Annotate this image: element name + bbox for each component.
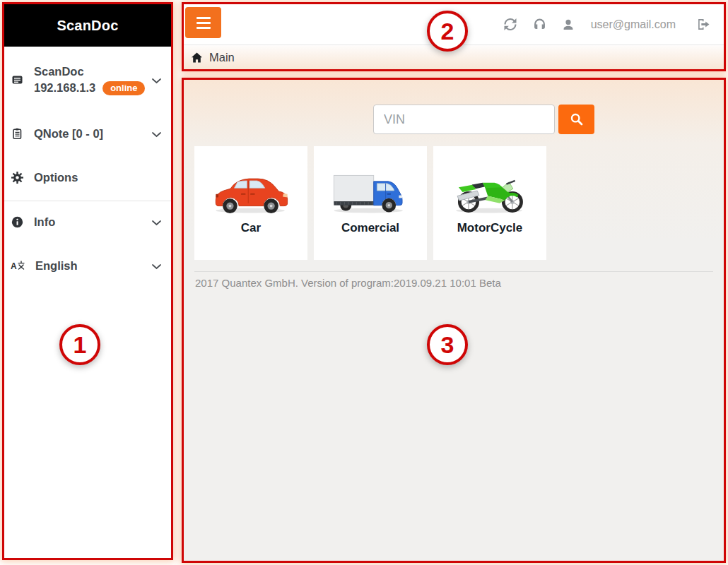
info-icon	[11, 216, 23, 228]
sidebar-item-label: ScanDoc	[34, 65, 145, 78]
breadcrumb-item-main[interactable]: Main	[209, 51, 235, 64]
commercial-truck-image	[327, 165, 413, 217]
card-label: MotorCycle	[457, 221, 523, 235]
scanner-icon	[11, 74, 23, 85]
motorcycle-image	[447, 165, 533, 217]
footer-divider	[194, 271, 713, 272]
chevron-down-icon	[152, 73, 161, 87]
card-car[interactable]: Car	[194, 146, 307, 260]
sidebar-item-language[interactable]: A English	[4, 256, 171, 275]
sidebar-item-info[interactable]: Info	[4, 212, 171, 232]
vin-search	[373, 105, 594, 134]
sidebar-divider	[4, 201, 171, 201]
sidebar-item-label: Info	[34, 215, 55, 229]
qnote-icon	[11, 128, 23, 139]
vin-input[interactable]	[373, 105, 555, 134]
sidebar-item-qnote[interactable]: QNote [0 - 0]	[4, 124, 171, 143]
card-label: Comercial	[341, 221, 399, 235]
search-button[interactable]	[558, 105, 594, 134]
user-email[interactable]: user@gmail.com	[591, 18, 676, 31]
sidebar-item-options[interactable]: Options	[4, 167, 171, 187]
device-ip: 192.168.1.3	[34, 81, 95, 95]
gear-icon	[11, 172, 23, 184]
menu-toggle-button[interactable]	[185, 7, 221, 38]
search-icon	[570, 112, 584, 126]
sidebar-item-label: English	[35, 259, 78, 273]
chevron-down-icon	[152, 259, 161, 273]
sidebar: ScanDoc ScanDoc 192.168.1.3 online QNote…	[2, 2, 173, 560]
user-icon[interactable]	[563, 19, 574, 30]
sidebar-item-label: QNote [0 - 0]	[34, 127, 103, 141]
annotation-circle-1: 1	[59, 324, 100, 365]
online-status-badge: online	[102, 81, 145, 95]
app-title: ScanDoc	[4, 4, 171, 47]
language-icon: A	[11, 261, 25, 270]
chevron-down-icon	[152, 215, 161, 229]
svg-text:A: A	[11, 261, 17, 270]
refresh-icon[interactable]	[504, 18, 517, 30]
card-motorcycle[interactable]: MotorCycle	[433, 146, 546, 260]
annotation-circle-2: 2	[427, 11, 468, 52]
sidebar-item-label: Options	[34, 171, 78, 184]
card-label: Car	[241, 221, 261, 235]
sidebar-item-scandoc-device[interactable]: ScanDoc 192.168.1.3 online	[4, 58, 171, 102]
chevron-down-icon	[152, 127, 161, 141]
car-image	[208, 165, 294, 217]
sign-out-icon[interactable]	[697, 18, 710, 30]
main-content: Car Comercial	[182, 78, 726, 563]
version-footer: 2017 Quantex GmbH. Version of program:20…	[195, 277, 501, 289]
vehicle-cards: Car Comercial	[194, 146, 546, 260]
home-icon	[191, 52, 203, 63]
card-comercial[interactable]: Comercial	[314, 146, 427, 260]
annotation-circle-3: 3	[427, 324, 468, 365]
headset-icon[interactable]	[534, 18, 546, 30]
